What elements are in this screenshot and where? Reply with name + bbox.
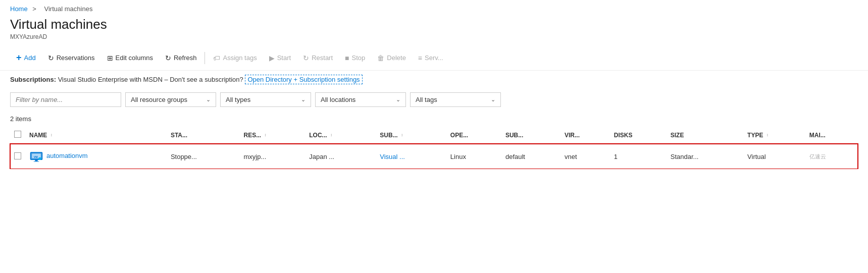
resource-sort-icon[interactable]: ↕ [265, 133, 267, 138]
tags-arrow: ⌄ [491, 96, 495, 103]
svg-rect-3 [35, 160, 37, 161]
col-size: SIZE [667, 127, 743, 144]
col-location: LOC... ↕ [305, 127, 376, 144]
row-sub2: default [501, 144, 560, 169]
col-disks: DISKS [610, 127, 667, 144]
tag-icon: 🏷 [213, 54, 220, 62]
header-checkbox-cell [10, 127, 25, 144]
types-label: All types [226, 96, 250, 103]
row-subscription-link[interactable]: Visual ... [380, 153, 405, 160]
assign-tags-button[interactable]: 🏷 Assign tags [207, 51, 263, 65]
row-size: Standar... [667, 144, 743, 169]
open-directory-link[interactable]: Open Directory + Subscription settings [245, 75, 362, 84]
reservations-button[interactable]: ↻ Reservations [42, 51, 101, 65]
stop-button[interactable]: ■ Stop [339, 51, 371, 65]
table-header-row: NAME ↕ STA... RES... ↕ LOC... ↕ SUB... ↕… [10, 127, 858, 144]
col-name: NAME ↕ [25, 127, 167, 144]
vm-icon: VM [29, 149, 43, 163]
subscriptions-bar: Subscriptions: Visual Studio Enterprise … [0, 71, 868, 88]
col-status: STA... [167, 127, 240, 144]
subscriptions-label: Subscriptions: [10, 76, 56, 83]
locations-label: All locations [321, 96, 355, 103]
col-type: TYPE ↕ [743, 127, 805, 144]
breadcrumb-home[interactable]: Home [10, 5, 28, 13]
delete-button[interactable]: 🗑 Delete [371, 51, 412, 65]
table-header: NAME ↕ STA... RES... ↕ LOC... ↕ SUB... ↕… [10, 127, 858, 144]
restart-icon: ↻ [303, 54, 309, 62]
table-body: VM automationvmStoppe...mxyjp...Japan ..… [10, 144, 858, 169]
refresh-button[interactable]: ↻ Refresh [159, 51, 203, 65]
toolbar: + Add ↻ Reservations ⊞ Edit columns ↻ Re… [0, 45, 868, 71]
resource-groups-label: All resource groups [131, 96, 187, 103]
stop-icon: ■ [345, 54, 349, 62]
refresh-icon: ↻ [165, 54, 171, 62]
col-resource: RES... ↕ [240, 127, 305, 144]
col-operating: OPE... [446, 127, 501, 144]
row-resource: mxyjp... [240, 144, 305, 169]
start-icon: ▶ [269, 54, 275, 62]
row-location: Japan ... [305, 144, 376, 169]
edit-columns-button[interactable]: ⊞ Edit columns [101, 51, 159, 65]
row-type: Virtual [743, 144, 805, 169]
vm-name-link[interactable]: automationvm [46, 152, 88, 159]
edit-columns-icon: ⊞ [107, 54, 113, 62]
filter-name-input[interactable] [10, 92, 121, 107]
types-dropdown[interactable]: All types ⌄ [220, 92, 311, 107]
tags-label: All tags [416, 96, 437, 103]
tags-dropdown[interactable]: All tags ⌄ [410, 92, 501, 107]
header-checkbox[interactable] [14, 131, 21, 138]
col-mai: MAI... [805, 127, 858, 144]
serv-icon: ≡ [418, 54, 422, 62]
types-arrow: ⌄ [301, 96, 305, 103]
filter-bar: All resource groups ⌄ All types ⌄ All lo… [0, 88, 868, 113]
page-title: Virtual machines [10, 17, 858, 32]
row-checkbox[interactable] [14, 152, 21, 159]
col-subscription: SUB... ↕ [376, 127, 446, 144]
col-sub2: SUB... [501, 127, 560, 144]
breadcrumb-separator: > [32, 5, 36, 13]
locations-dropdown[interactable]: All locations ⌄ [315, 92, 406, 107]
page-subtitle: MXYAzureAD [10, 33, 858, 40]
breadcrumb: Home > Virtual machines [0, 0, 868, 15]
resource-groups-dropdown[interactable]: All resource groups ⌄ [125, 92, 216, 107]
table-row: VM automationvmStoppe...mxyjp...Japan ..… [10, 144, 858, 169]
serv-button[interactable]: ≡ Serv... [412, 51, 449, 65]
delete-icon: 🗑 [377, 54, 384, 62]
name-sort-icon[interactable]: ↕ [50, 133, 53, 138]
toolbar-separator-1 [205, 52, 205, 64]
vm-table: NAME ↕ STA... RES... ↕ LOC... ↕ SUB... ↕… [10, 127, 858, 169]
restart-button[interactable]: ↻ Restart [297, 51, 339, 65]
locations-arrow: ⌄ [396, 96, 400, 103]
subscription-sort-icon[interactable]: ↕ [401, 133, 403, 138]
type-sort-icon[interactable]: ↕ [767, 133, 769, 138]
svg-text:VM: VM [34, 155, 38, 158]
start-button[interactable]: ▶ Start [263, 51, 297, 65]
row-subscription: Visual ... [376, 144, 446, 169]
breadcrumb-current: Virtual machines [44, 5, 93, 13]
row-checkbox-cell [10, 144, 25, 169]
row-name-cell: VM automationvm [25, 144, 167, 169]
items-count: 2 items [0, 113, 868, 127]
add-icon: + [16, 52, 22, 63]
svg-point-5 [38, 157, 41, 160]
table-container: NAME ↕ STA... RES... ↕ LOC... ↕ SUB... ↕… [0, 127, 868, 169]
page-header: Virtual machines MXYAzureAD [0, 15, 868, 45]
row-virtual: vnet [560, 144, 610, 169]
location-sort-icon[interactable]: ↕ [330, 133, 332, 138]
svg-rect-4 [34, 161, 39, 162]
resource-groups-arrow: ⌄ [206, 96, 211, 103]
add-button[interactable]: + Add [10, 49, 42, 66]
row-operating: Linux [446, 144, 501, 169]
col-virtual: VIR... [560, 127, 610, 144]
row-disks: 1 [610, 144, 667, 169]
row-status: Stoppe... [167, 144, 240, 169]
reservations-icon: ↻ [48, 54, 54, 62]
row-mai: 亿速云 [805, 144, 858, 169]
